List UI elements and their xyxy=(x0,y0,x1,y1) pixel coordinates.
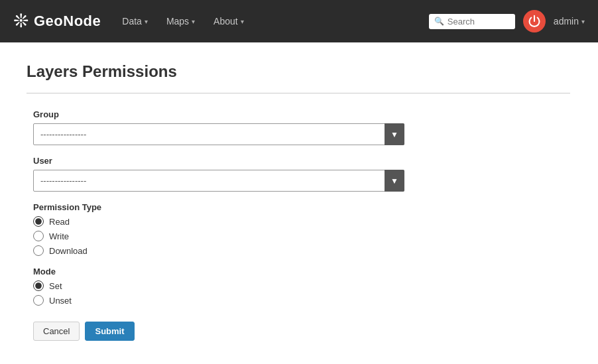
permission-type-label: Permission Type xyxy=(33,202,564,212)
button-row: Cancel Submit xyxy=(33,322,564,341)
mode-set-label: Set xyxy=(49,281,62,291)
permission-write-item[interactable]: Write xyxy=(33,231,564,241)
nav-right: 🔍 admin ▾ xyxy=(429,10,585,32)
permission-type-group: Permission Type Read Write Download xyxy=(33,202,564,256)
admin-menu[interactable]: admin ▾ xyxy=(554,16,585,27)
nav-left: ❊ GeoNode Data ▾ Maps ▾ About ▾ xyxy=(13,11,252,32)
page-title: Layers Permissions xyxy=(27,62,570,81)
user-label: User xyxy=(33,156,564,166)
group-select-wrapper: ---------------- ▼ xyxy=(33,123,404,145)
nav-item-maps[interactable]: Maps ▾ xyxy=(158,11,203,32)
search-icon: 🔍 xyxy=(434,17,444,26)
nav-about-label: About xyxy=(213,16,238,27)
permission-write-label: Write xyxy=(49,231,69,241)
mode-unset-label: Unset xyxy=(49,296,72,306)
logo[interactable]: ❊ GeoNode xyxy=(13,12,101,30)
group-field-group: Group ---------------- ▼ xyxy=(33,109,564,145)
nav-data-label: Data xyxy=(122,16,142,27)
mode-radio-group: Set Unset xyxy=(33,280,564,306)
main-content: Layers Permissions Group ---------------… xyxy=(0,42,597,361)
permission-read-label: Read xyxy=(49,217,70,227)
form-section: Group ---------------- ▼ User ----------… xyxy=(27,109,570,341)
user-select-wrapper: ---------------- ▼ xyxy=(33,170,404,192)
logo-icon: ❊ xyxy=(13,12,29,30)
permission-download-item[interactable]: Download xyxy=(33,245,564,256)
group-select[interactable]: ---------------- xyxy=(33,123,404,145)
logo-text: GeoNode xyxy=(34,13,101,30)
search-box[interactable]: 🔍 xyxy=(429,14,515,29)
mode-unset-item[interactable]: Unset xyxy=(33,295,564,306)
mode-set-item[interactable]: Set xyxy=(33,280,564,291)
nav-item-about[interactable]: About ▾ xyxy=(206,11,252,32)
nav-item-data[interactable]: Data ▾ xyxy=(114,11,156,32)
permission-radio-group: Read Write Download xyxy=(33,216,564,256)
chevron-down-icon: ▾ xyxy=(145,18,148,25)
nav-maps-label: Maps xyxy=(166,16,189,27)
permission-read-item[interactable]: Read xyxy=(33,216,564,227)
group-label: Group xyxy=(33,109,564,119)
mode-unset-radio[interactable] xyxy=(33,295,44,306)
user-select[interactable]: ---------------- xyxy=(33,170,404,192)
permission-read-radio[interactable] xyxy=(33,216,44,227)
divider xyxy=(27,93,570,93)
mode-set-radio[interactable] xyxy=(33,280,44,291)
permission-download-radio[interactable] xyxy=(33,245,44,256)
mode-group: Mode Set Unset xyxy=(33,267,564,306)
admin-label: admin xyxy=(554,16,579,27)
search-input[interactable] xyxy=(448,17,510,27)
permission-download-label: Download xyxy=(49,246,88,256)
chevron-down-icon: ▾ xyxy=(241,18,244,25)
submit-button[interactable]: Submit xyxy=(85,322,134,341)
chevron-down-icon: ▾ xyxy=(581,18,585,25)
navbar: ❊ GeoNode Data ▾ Maps ▾ About ▾ 🔍 xyxy=(0,0,598,42)
user-field-group: User ---------------- ▼ xyxy=(33,156,564,192)
power-button[interactable] xyxy=(523,10,546,32)
chevron-down-icon: ▾ xyxy=(192,18,195,25)
permission-write-radio[interactable] xyxy=(33,231,44,241)
mode-label: Mode xyxy=(33,267,564,276)
cancel-button[interactable]: Cancel xyxy=(33,322,80,341)
nav-menu: Data ▾ Maps ▾ About ▾ xyxy=(114,11,251,32)
